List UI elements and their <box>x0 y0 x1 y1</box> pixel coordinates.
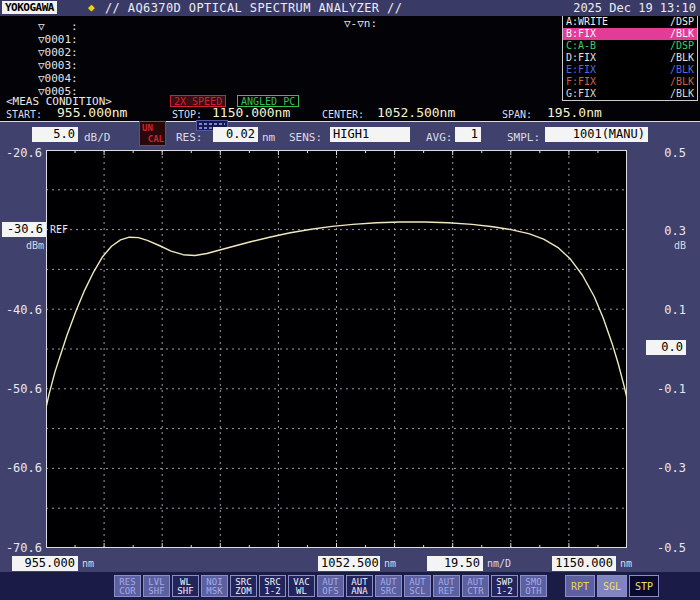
trace-row-a[interactable]: A:WRITE/DSP <box>563 16 697 28</box>
trace-row-f[interactable]: F:FIX/BLK <box>563 76 697 88</box>
bottom-start-unit: nm <box>82 558 94 569</box>
res-field[interactable]: 0.02 <box>213 127 258 142</box>
softkey-sgl[interactable]: SGL <box>597 575 627 597</box>
level-scale-unit: dB/D <box>84 131 111 144</box>
sens-label: SENS: <box>289 131 322 144</box>
softkey-swp-1-2[interactable]: SWP1-2 <box>491 575 518 597</box>
trace-row-e[interactable]: E:FIX/BLK <box>563 64 697 76</box>
ref-marker-label: REF <box>50 224 68 235</box>
title-bar: YOKOGAWA ◆ // AQ6370D OPTICAL SPECTRUM A… <box>0 0 700 16</box>
bottom-stop-field[interactable]: 1150.000 <box>552 556 616 571</box>
softkey-aut-src[interactable]: AUTSRC <box>375 575 402 597</box>
sens-field[interactable]: HIGH1 <box>330 127 410 142</box>
softkey-aut-scl[interactable]: AUTSCL <box>404 575 431 597</box>
left-axis-unit: dBm <box>2 240 44 251</box>
bottom-center-unit: nm <box>384 558 396 569</box>
left-axis-label: -40.6 <box>0 303 42 317</box>
avg-label: AVG: <box>426 131 453 144</box>
right-axis-label: 0.5 <box>642 146 686 160</box>
bottom-center-field[interactable]: 1052.500 <box>318 556 380 571</box>
info-panel: ▽ :▽0001:▽0002:▽0003:▽0004:▽0005: ▽-▽n: … <box>0 16 700 122</box>
marker-list: ▽ :▽0001:▽0002:▽0003:▽0004:▽0005: <box>38 20 78 98</box>
softkey-aut-ofs[interactable]: AUTOFS <box>317 575 344 597</box>
page-title: // AQ6370D OPTICAL SPECTRUM ANALYZER // <box>105 1 402 15</box>
left-axis-top-label: -20.6 <box>0 146 42 160</box>
bottom-start-field[interactable]: 955.000 <box>12 556 78 571</box>
datetime: 2025 Dec 19 13:10 <box>573 1 696 15</box>
left-axis-label: -50.6 <box>0 382 42 396</box>
trace-row-d[interactable]: D:FIX/BLK <box>563 52 697 64</box>
delta-marker-label: ▽-▽n: <box>344 17 377 30</box>
right-axis-label: 0.1 <box>642 303 686 317</box>
smpl-field[interactable]: 1001(MANU) <box>545 127 648 142</box>
softkey-vac-wl[interactable]: VACWL <box>288 575 315 597</box>
trace-curve <box>46 222 627 408</box>
softkey-src-zom[interactable]: SRCZOM <box>230 575 257 597</box>
softkey-bar: RESCORLVLSHFWLSHFNOIMSKSRCZOMSRC1-2VACWL… <box>0 572 700 600</box>
spectrum-chart <box>46 150 627 548</box>
span-value[interactable]: 195.0nm <box>547 105 602 120</box>
marker-row: ▽0002: <box>38 46 78 59</box>
spectrum-plot: REF <box>46 150 627 548</box>
marker-row: ▽0003: <box>38 59 78 72</box>
right-axis-label: -0.1 <box>642 382 686 396</box>
marker-row: ▽ : <box>38 20 78 33</box>
ref-level-field[interactable]: -30.6 <box>2 222 46 237</box>
yokogawa-logo: YOKOGAWA <box>2 1 57 14</box>
center-value[interactable]: 1052.500nm <box>377 105 455 120</box>
res-label: RES: <box>176 131 203 144</box>
stop-value[interactable]: 1150.000nm <box>212 105 290 120</box>
right-axis-unit: dB <box>642 240 686 251</box>
softkey-aut-ctr[interactable]: AUTCTR <box>462 575 489 597</box>
right-axis-label: 0.3 <box>642 224 686 238</box>
softkey-stp[interactable]: STP <box>629 575 659 597</box>
softkey-aut-ana[interactable]: AUTANA <box>346 575 373 597</box>
right-axis-label: -0.3 <box>642 461 686 475</box>
bottom-stop-unit: nm <box>620 558 632 569</box>
marker-row: ▽0001: <box>38 33 78 46</box>
trace-table: A:WRITE/DSPB:FIX/BLKC:A-B/DSPD:FIX/BLKE:… <box>562 16 698 101</box>
span-label: SPAN: <box>502 109 532 120</box>
avg-field[interactable]: 1 <box>455 127 481 142</box>
uncal-indicator: UN CAL <box>139 121 166 146</box>
right-axis-label: -0.5 <box>642 541 686 555</box>
trace-row-c[interactable]: C:A-B/DSP <box>563 40 697 52</box>
marker-row: ▽0004: <box>38 72 78 85</box>
bottom-perdiv-unit: nm/D <box>487 558 511 569</box>
softkey-smo-oth[interactable]: SMOOTH <box>520 575 547 597</box>
softkey-wl-shf[interactable]: WLSHF <box>172 575 199 597</box>
center-label: CENTER: <box>322 109 364 120</box>
level-scale-field[interactable]: 5.0 <box>32 127 78 142</box>
res-unit: nm <box>262 131 275 144</box>
softkey-src-1-2[interactable]: SRC1-2 <box>259 575 286 597</box>
softkey-res-cor[interactable]: RESCOR <box>114 575 141 597</box>
softkey-rpt[interactable]: RPT <box>565 575 595 597</box>
left-axis-label: -70.6 <box>0 541 42 555</box>
start-label: START: <box>6 109 42 120</box>
smpl-label: SMPL: <box>507 131 540 144</box>
start-value[interactable]: 955.000nm <box>57 105 127 120</box>
left-axis-label: -60.6 <box>0 461 42 475</box>
stop-label: STOP: <box>172 109 202 120</box>
yokogawa-diamond-icon: ◆ <box>88 1 95 14</box>
right-axis-zero-field[interactable]: 0.0 <box>646 340 686 355</box>
trace-row-g[interactable]: G:FIX/BLK <box>563 88 697 100</box>
bottom-perdiv-field[interactable]: 19.50 <box>427 556 483 571</box>
softkey-noi-msk[interactable]: NOIMSK <box>201 575 228 597</box>
softkey-lvl-shf[interactable]: LVLSHF <box>143 575 170 597</box>
softkey-aut-ref[interactable]: AUTREF <box>433 575 460 597</box>
trace-row-b[interactable]: B:FIX/BLK <box>563 28 697 40</box>
